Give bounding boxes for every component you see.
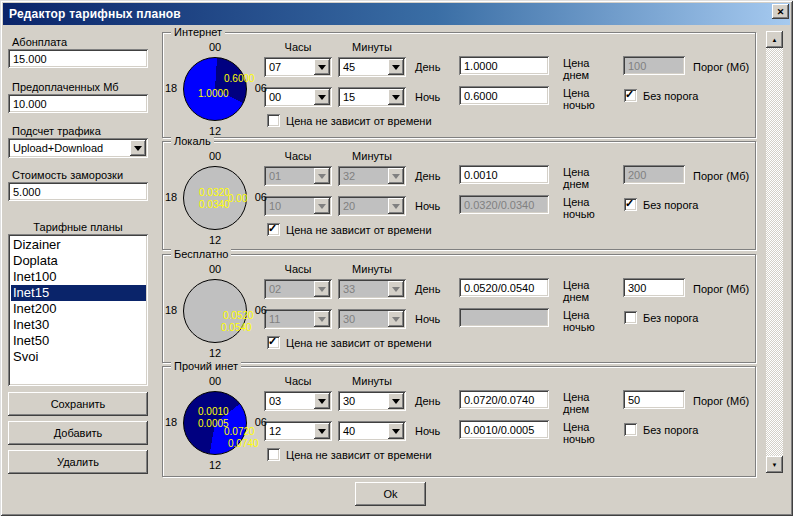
dropdown-arrow-icon[interactable] — [314, 59, 330, 75]
dropdown-arrow-icon[interactable] — [388, 59, 404, 75]
day-price-field[interactable]: 0.0010 — [459, 165, 549, 184]
pie-price-label: 0.0540 — [221, 322, 252, 333]
day-minute-select: 33 — [338, 279, 406, 299]
add-button[interactable]: Добавить — [8, 421, 148, 445]
day-price-field[interactable]: 0.0520/0.0540 — [459, 278, 549, 297]
delete-button[interactable]: Удалить — [8, 450, 148, 474]
chevron-down-icon — [318, 429, 326, 438]
clock-00-label: 00 — [183, 375, 247, 387]
scroll-up-button[interactable]: ▲ — [766, 31, 783, 48]
no-threshold-checkbox[interactable]: ✓ — [624, 423, 637, 436]
abonplata-field[interactable]: 15.000 — [8, 49, 148, 68]
no-threshold-label: Без порога — [643, 312, 698, 324]
list-item[interactable]: Svoi — [11, 349, 146, 365]
prepaid-mb-field[interactable]: 10.000 — [8, 94, 148, 113]
dropdown-arrow-icon[interactable] — [388, 423, 404, 439]
day-minute-select[interactable]: 45 — [338, 57, 406, 77]
night-price-field[interactable]: 0.0010/0.0005 — [459, 420, 549, 439]
chevron-down-icon — [392, 287, 400, 296]
scroll-down-button[interactable]: ▼ — [766, 456, 783, 473]
night-minute-select[interactable]: 15 — [338, 87, 406, 107]
day-hour-select[interactable]: 03 — [264, 391, 332, 411]
night-minute-value: 40 — [343, 425, 355, 437]
ok-button[interactable]: Ok — [355, 482, 426, 506]
night-hour-select[interactable]: 12 — [264, 421, 332, 441]
night-hour-select[interactable]: 00 — [264, 87, 332, 107]
dropdown-arrow-icon[interactable] — [314, 423, 330, 439]
time-independent-checkbox[interactable]: ✓ — [267, 223, 280, 236]
chevron-down-icon — [392, 317, 400, 326]
list-item-selected[interactable]: Inet15 — [11, 285, 146, 301]
time-independent-checkbox[interactable]: ✓ — [267, 448, 280, 461]
minutes-header: Минуты — [334, 263, 410, 275]
day-hour-select: 01 — [264, 166, 332, 186]
night-hour-select: 11 — [264, 309, 332, 329]
day-price-field[interactable]: 0.0720/0.0740 — [459, 390, 549, 409]
freeze-cost-label: Стоимость заморозки — [12, 169, 123, 181]
group-free: Бесплатно 00 18 06 12 0.0520 0.0540 Часы… — [162, 254, 756, 363]
dropdown-arrow-icon[interactable] — [314, 89, 330, 105]
list-item[interactable]: Dizainer — [11, 237, 146, 253]
day-row-label: День — [415, 283, 440, 295]
day-night-pie-chart: 0.0010 0.0005 0.0720 0.0740 — [183, 391, 247, 455]
list-item[interactable]: Inet200 — [11, 301, 146, 317]
chevron-down-icon — [318, 399, 326, 408]
night-minute-value: 20 — [343, 200, 355, 212]
group-local: Локаль 00 18 06 12 0.0320 0.0340 0.00 Ча… — [162, 141, 756, 250]
night-minute-select[interactable]: 40 — [338, 421, 406, 441]
dropdown-arrow-icon[interactable] — [130, 140, 146, 156]
list-item[interactable]: Doplata — [11, 253, 146, 269]
threshold-field[interactable]: 50 — [623, 390, 685, 409]
list-item[interactable]: Inet100 — [11, 269, 146, 285]
prepaid-mb-label: Предоплаченных Мб — [12, 81, 119, 93]
day-price-field[interactable]: 1.0000 — [459, 56, 549, 75]
vertical-scrollbar[interactable] — [766, 31, 783, 473]
pie-day-price-label: 0.0740 — [228, 438, 259, 449]
tariff-plans-list[interactable]: Dizainer Doplata Inet100 Inet15 Inet200 … — [8, 234, 148, 386]
minutes-header: Минуты — [334, 150, 410, 162]
no-threshold-label: Без порога — [643, 199, 698, 211]
price-night-label: Цена ночью — [563, 196, 607, 220]
clock-06-label: 06 — [255, 304, 267, 316]
traffic-count-label: Подсчет трафика — [12, 125, 101, 137]
titlebar: Редактор тарифных планов — [3, 3, 790, 25]
scroll-down-icon: ▼ — [772, 462, 778, 468]
day-hour-select[interactable]: 07 — [264, 57, 332, 77]
night-price-field[interactable]: 0.6000 — [459, 86, 549, 105]
check-icon: ✓ — [268, 222, 277, 235]
time-independent-label: Цена не зависит от времени — [286, 449, 432, 461]
time-independent-checkbox[interactable]: ✓ — [267, 114, 280, 127]
dropdown-arrow-icon[interactable] — [314, 393, 330, 409]
save-button[interactable]: Сохранить — [8, 392, 148, 416]
clock-06-label: 06 — [255, 191, 267, 203]
list-item[interactable]: Inet30 — [11, 317, 146, 333]
traffic-count-select[interactable]: Upload+Download — [8, 138, 148, 158]
tariff-editor-dialog: Редактор тарифных планов ✕ Абонплата 15.… — [0, 0, 793, 516]
clock-18-label: 18 — [165, 416, 177, 428]
check-icon: ✓ — [625, 88, 634, 101]
time-clock: 00 18 06 12 0.0010 0.0005 0.0720 0.0740 — [183, 391, 247, 455]
night-row-label: Ночь — [415, 200, 440, 212]
threshold-field[interactable]: 300 — [623, 278, 685, 297]
no-threshold-checkbox[interactable]: ✓ — [624, 198, 637, 211]
chevron-down-icon — [134, 146, 142, 155]
threshold-field: 200 — [623, 165, 685, 184]
dropdown-arrow-icon — [314, 311, 330, 327]
group-title: Бесплатно — [171, 248, 231, 260]
no-threshold-label: Без порога — [643, 424, 698, 436]
dropdown-arrow-icon[interactable] — [388, 89, 404, 105]
clock-18-label: 18 — [165, 191, 177, 203]
no-threshold-checkbox[interactable]: ✓ — [624, 89, 637, 102]
pie-price-label: 0.0340 — [199, 199, 230, 210]
time-independent-label: Цена не зависит от времени — [286, 337, 432, 349]
night-minute-select: 30 — [338, 309, 406, 329]
day-minute-select[interactable]: 30 — [338, 391, 406, 411]
dropdown-arrow-icon[interactable] — [388, 393, 404, 409]
list-item[interactable]: Inet50 — [11, 333, 146, 349]
dropdown-arrow-icon — [388, 168, 404, 184]
close-button[interactable]: ✕ — [772, 4, 789, 19]
group-title: Локаль — [171, 135, 214, 147]
freeze-cost-field[interactable]: 5.000 — [8, 182, 148, 201]
no-threshold-checkbox[interactable]: ✓ — [624, 311, 637, 324]
time-independent-checkbox[interactable]: ✓ — [267, 336, 280, 349]
